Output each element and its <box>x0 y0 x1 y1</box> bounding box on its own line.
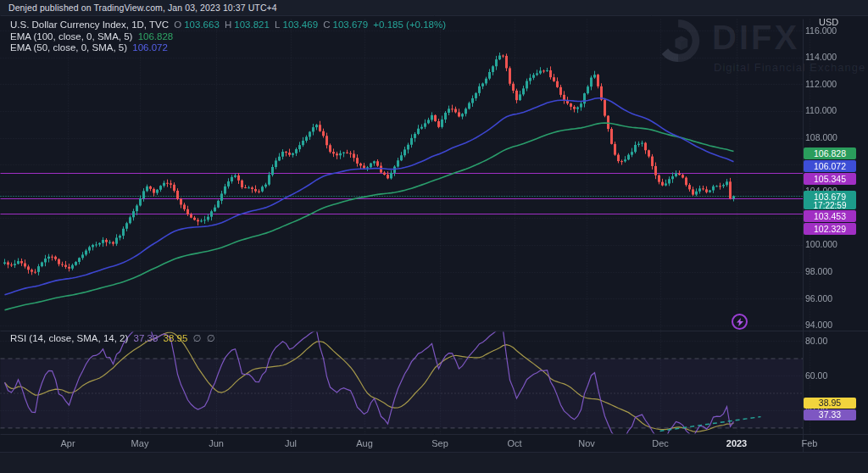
ema100-legend[interactable]: EMA (100, close, 0, SMA, 5) 106.828 <box>10 31 175 42</box>
time-axis-label: Oct <box>507 438 521 448</box>
symbol-title: U.S. Dollar Currency Index, 1D, TVC <box>10 19 169 30</box>
open-value: 103.663 <box>184 19 220 30</box>
price-tick-label: 98.000 <box>805 266 856 276</box>
ema100-value: 106.828 <box>138 31 174 42</box>
change-value: +0.185 (+0.18%) <box>373 19 446 30</box>
time-axis-label: Jun <box>209 438 224 448</box>
time-axis-label: Dec <box>652 438 669 448</box>
rsi-empty-1: ∅ <box>193 333 202 343</box>
time-axis-label: Jul <box>285 438 297 448</box>
price-badge-ema100: 106.828 <box>804 147 856 159</box>
lightning-marker-icon[interactable] <box>732 314 748 330</box>
tradingview-published-chart: Denjed published on TradingView.com, Jan… <box>0 0 868 473</box>
price-tick-label: 114.000 <box>805 52 856 62</box>
time-axis-label: Aug <box>356 438 373 448</box>
price-badge-last-price: 103.67917:22:59 <box>804 191 856 209</box>
rsi-legend[interactable]: RSI (14, close, SMA, 14, 2) 37.33 38.95 … <box>10 332 218 344</box>
rsi-ma-value: 38.95 <box>164 333 188 343</box>
time-axis-label: Nov <box>578 438 595 448</box>
ema50-value: 106.072 <box>132 42 168 53</box>
time-axis-label: Sep <box>431 438 448 448</box>
symbol-legend[interactable]: U.S. Dollar Currency Index, 1D, TVC O103… <box>10 19 448 30</box>
time-axis-label: 2023 <box>726 438 747 448</box>
price-tick-label: 116.000 <box>805 25 856 36</box>
ema50-legend[interactable]: EMA (50, close, 0, SMA, 5) 106.072 <box>10 42 170 53</box>
price-badge-level-103453: 103.453 <box>804 210 856 222</box>
price-badge-ema50: 106.072 <box>804 160 856 172</box>
price-badge-level-102329: 102.329 <box>804 223 856 235</box>
rsi-tick-label: 80.00 <box>805 336 856 346</box>
time-axis-label: May <box>131 438 149 448</box>
price-badge-level-105345: 105.345 <box>804 173 856 185</box>
open-label: O <box>174 19 181 30</box>
low-label: L <box>275 19 280 30</box>
high-label: H <box>225 19 231 30</box>
price-tick-label: 108.000 <box>805 132 856 142</box>
close-value: 103.679 <box>333 19 369 30</box>
ema100-label: EMA (100, close, 0, SMA, 5) <box>10 31 132 42</box>
price-tick-label: 112.000 <box>805 79 856 89</box>
rsi-badge-ma: 38.95 <box>804 398 856 409</box>
rsi-badge-main: 37.33 <box>804 409 856 420</box>
rsi-value: 37.33 <box>134 333 159 343</box>
rsi-label: RSI (14, close, SMA, 14, 2) <box>10 333 128 343</box>
price-tick-label: 94.000 <box>805 320 856 330</box>
rsi-tick-label: 60.00 <box>805 370 856 381</box>
rsi-empty-2: ∅ <box>207 333 215 343</box>
price-tick-label: 96.000 <box>805 293 856 303</box>
low-value: 103.469 <box>282 19 318 30</box>
time-axis-label: Apr <box>60 438 75 448</box>
price-tick-label: 100.000 <box>805 239 856 249</box>
ema50-label: EMA (50, close, 0, SMA, 5) <box>10 42 127 53</box>
close-label: C <box>323 19 330 30</box>
price-tick-label: 110.000 <box>805 105 856 115</box>
high-value: 103.821 <box>234 19 270 30</box>
time-axis-label: Feb <box>802 438 818 448</box>
main-chart-canvas[interactable] <box>0 0 868 473</box>
